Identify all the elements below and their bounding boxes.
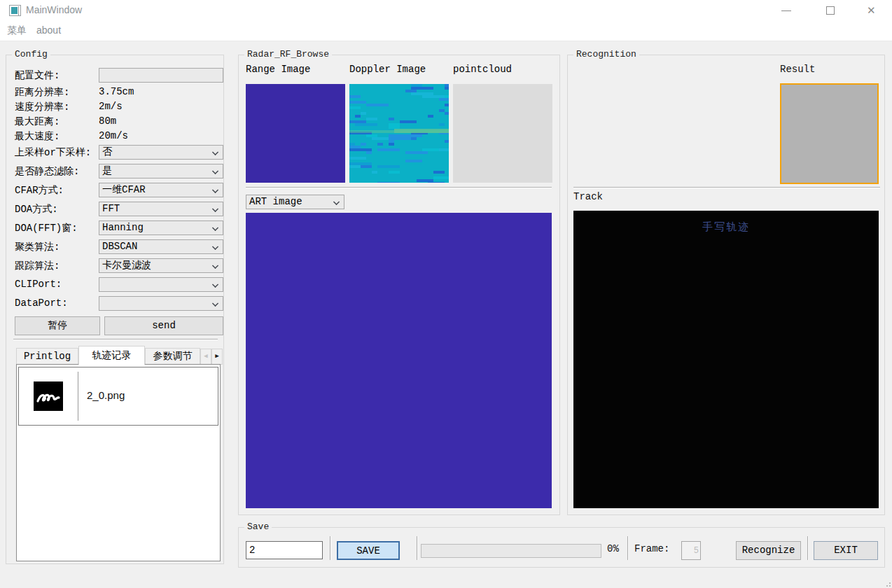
cfar-mode-combobox[interactable]: 一维CFAR [99,183,223,197]
config-row: 配置文件: [6,68,223,83]
field-label: 最大速度: [15,130,60,143]
chevron-down-icon [212,187,218,192]
save-button[interactable]: SAVE [337,541,400,560]
chevron-down-icon [212,281,218,287]
config-row: 跟踪算法: 卡尔曼滤波 [6,258,223,274]
close-icon: ✕ [867,4,876,17]
cliport-combobox[interactable] [99,277,223,292]
config-row: 聚类算法: DBSCAN [6,239,223,255]
config-row: 最大速度: 20m/s [6,129,223,144]
config-group: Config 配置文件: 距离分辨率: 3.75cm 速度分辨率: 2m/s 最… [6,55,224,564]
tab-track-record[interactable]: 轨迹记录 [78,346,145,365]
chevron-down-icon [212,225,218,230]
pause-button[interactable]: 暂停 [15,316,100,335]
chevron-down-icon [212,244,218,249]
list-item[interactable]: 2_0.png [18,367,218,426]
tab-printlog[interactable]: Printlog [16,348,78,365]
divider [246,187,552,188]
menu-item-caidan[interactable]: 菜单 [7,24,27,37]
doppler-image-label: Doppler Image [349,64,426,75]
menu-bar: 菜单 about [0,21,892,41]
handwriting-thumbnail [34,382,63,411]
config-row: DataPort: [6,296,223,312]
art-image-display [246,213,552,508]
menu-item-about[interactable]: about [36,24,61,36]
send-button[interactable]: send [104,316,223,335]
chevron-down-icon [212,168,218,174]
field-label: CLIPort: [15,279,62,290]
browse-group-title: Radar_RF_Browse [244,49,332,59]
static-filter-combobox[interactable]: 是 [99,164,223,178]
tab-scroll-right-icon[interactable]: ▶ [211,349,223,365]
field-label: 最大距离: [15,115,60,128]
velocity-resolution-value: 2m/s [99,101,123,112]
chevron-down-icon [333,199,339,204]
divider [330,536,331,560]
field-label: DataPort: [15,298,68,309]
track-file-list: 2_0.png [16,364,221,561]
list-item-filename: 2_0.png [87,389,125,401]
divider [417,536,418,560]
config-row: 距离分辨率: 3.75cm [6,85,223,100]
range-image [246,84,345,183]
track-canvas: 手写轨迹 [573,211,879,508]
max-velocity-value: 20m/s [99,130,128,141]
field-label: 跟踪算法: [15,260,60,272]
tab-param-tune[interactable]: 参数调节 [145,348,200,365]
maximize-button[interactable] [815,0,847,21]
pointcloud-label: pointcloud [453,64,512,75]
range-image-label: Range Image [246,64,310,75]
range-resolution-value: 3.75cm [99,86,134,97]
result-image-box [780,83,879,184]
config-row: CLIPort: [6,277,223,293]
field-label: 聚类算法: [15,241,60,253]
field-label: 距离分辨率: [15,86,69,99]
frame-input[interactable] [681,541,701,560]
divider [13,339,218,340]
chevron-down-icon [212,149,218,155]
art-image-combobox[interactable]: ART image [246,195,344,209]
dataport-combobox[interactable] [99,296,223,311]
result-label: Result [780,64,815,75]
chevron-down-icon [212,262,218,268]
recognize-button[interactable]: Recognize [736,541,801,560]
frame-label: Frame: [634,543,669,554]
maximize-icon [826,6,835,15]
progress-percent: 0% [607,543,619,554]
config-row: DOA方式: FFT [6,202,223,217]
config-row: 最大距离: 80m [6,114,223,130]
doppler-image [349,84,449,183]
resize-grip[interactable] [884,580,891,587]
track-placeholder-text: 手写轨迹 [573,220,879,234]
doa-fft-window-combobox[interactable]: Hanning [99,220,223,235]
config-row: DOA(FFT)窗: Hanning [6,220,223,236]
recognition-group-title: Recognition [573,49,639,59]
minimize-button[interactable] [770,0,802,21]
close-button[interactable]: ✕ [857,0,889,21]
tracking-algo-combobox[interactable]: 卡尔曼滤波 [99,258,223,273]
tab-scroll-left-icon[interactable]: ◀ [200,349,211,365]
sampling-combobox[interactable]: 否 [99,145,223,160]
save-group-title: Save [244,522,272,532]
field-label: DOA方式: [15,203,58,216]
recognition-group: Recognition Result Track 手写轨迹 [567,55,885,515]
config-group-title: Config [12,49,50,59]
doa-mode-combobox[interactable]: FFT [99,202,223,216]
title-bar: MainWindow ✕ [0,0,892,21]
divider [78,372,78,421]
divider [573,187,880,188]
save-filename-input[interactable] [246,541,323,559]
radar-rf-browse-group: Radar_RF_Browse Range Image Doppler Imag… [238,55,560,515]
cluster-algo-combobox[interactable]: DBSCAN [99,239,223,254]
exit-button[interactable]: EXIT [814,541,878,560]
config-row: CFAR方式: 一维CFAR [6,183,223,198]
save-progress-bar [421,544,601,558]
field-label: 是否静态滤除: [15,165,79,178]
field-label: 上采样or下采样: [15,146,91,159]
field-label: CFAR方式: [15,184,64,197]
window-title: MainWindow [26,4,82,15]
divider [807,536,809,560]
field-label: 速度分辨率: [15,101,69,113]
save-group: Save SAVE 0% Frame: Recognize EXIT [238,527,885,568]
track-label: Track [573,191,603,202]
